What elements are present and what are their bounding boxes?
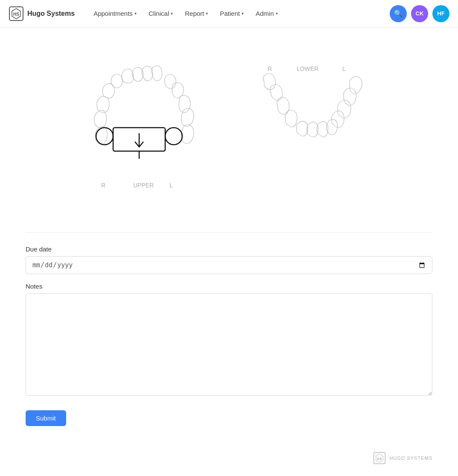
navbar: HS Hugo Systems Appointments ▾ Clinical … (0, 0, 458, 27)
nav-item-admin[interactable]: Admin ▾ (251, 6, 283, 20)
lower-dental-svg: R LOWER L (246, 61, 374, 198)
chevron-down-icon: ▾ (276, 11, 278, 16)
nav-item-clinical[interactable]: Clinical ▾ (143, 6, 178, 20)
avatar-hf[interactable]: HF (432, 5, 449, 22)
chevron-down-icon: ▾ (171, 11, 173, 16)
avatar-ck[interactable]: CK (411, 5, 428, 22)
upper-dental-diagram: R UPPER L (76, 61, 212, 207)
brand-name: Hugo Systems (27, 10, 75, 18)
upper-dental-svg: R UPPER L (76, 61, 204, 198)
nav-item-appointments[interactable]: Appointments ▾ (88, 6, 142, 20)
nav-actions: 🔍 CK HF (390, 5, 449, 22)
upper-l-label: L (169, 182, 173, 189)
due-date-label: Due date (26, 245, 432, 253)
notes-group: Notes (26, 283, 432, 397)
search-icon: 🔍 (394, 9, 403, 18)
notes-textarea[interactable] (26, 293, 432, 396)
svg-text:HS: HS (377, 457, 382, 461)
nav-items: Appointments ▾ Clinical ▾ Report ▾ Patie… (88, 6, 390, 20)
footer-logo-icon: HS (373, 452, 386, 464)
chevron-down-icon: ▾ (206, 11, 208, 16)
svg-point-4 (165, 128, 182, 145)
svg-point-3 (96, 128, 113, 145)
lower-dental-diagram: R LOWER L (246, 61, 383, 207)
footer-brand-text: HUGO SYSTEMS (389, 456, 432, 461)
due-date-input[interactable] (26, 256, 432, 274)
lower-label: LOWER (297, 65, 318, 72)
nav-item-patient[interactable]: Patient ▾ (215, 6, 249, 20)
chevron-down-icon: ▾ (134, 11, 137, 16)
form-section: Due date Notes Submit (26, 232, 432, 426)
chevron-down-icon: ▾ (242, 11, 244, 16)
nav-item-report[interactable]: Report ▾ (180, 6, 213, 20)
upper-r-label: R (101, 182, 105, 189)
lower-l-label: L (342, 65, 346, 72)
svg-text:HS: HS (13, 12, 19, 17)
footer-brand: HS HUGO SYSTEMS (0, 443, 458, 473)
submit-button[interactable]: Submit (26, 410, 66, 426)
search-button[interactable]: 🔍 (390, 5, 407, 22)
brand-logo-link[interactable]: HS Hugo Systems (9, 6, 75, 21)
upper-label: UPPER (133, 182, 154, 189)
due-date-group: Due date (26, 245, 432, 274)
dental-diagrams: R UPPER L R LOWER L (26, 44, 432, 232)
main-content: R UPPER L R LOWER L (0, 27, 458, 443)
brand-logo-icon: HS (9, 6, 24, 21)
lower-r-label: R (268, 65, 272, 72)
notes-label: Notes (26, 283, 432, 290)
